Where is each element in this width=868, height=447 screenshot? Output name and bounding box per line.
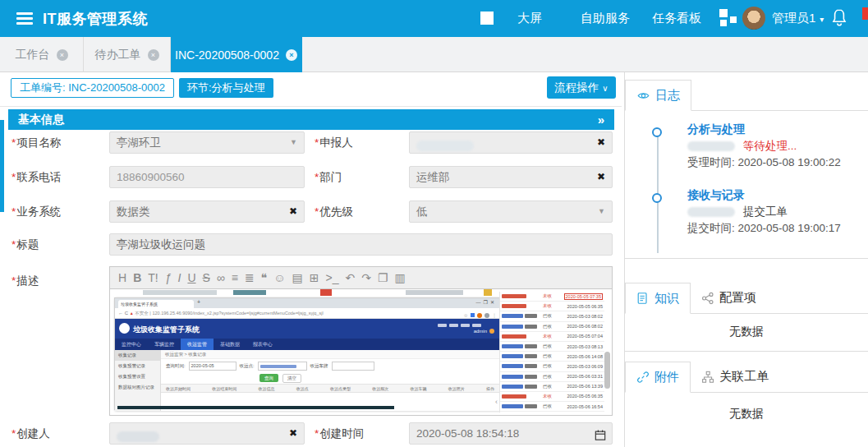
window-icon[interactable]: ❐ (378, 270, 388, 286)
open-tab-3[interactable]: INC-20200508-0002× (171, 37, 302, 72)
close-tab-icon[interactable]: × (57, 49, 68, 61)
embedded-record-name (502, 394, 543, 399)
reload-icon: C (125, 311, 128, 316)
embedded-record-row: 已收2020-05-03 08:13 (500, 342, 604, 352)
screenshot-fragment (406, 290, 463, 295)
name-bar (502, 294, 526, 298)
browser-extension-icons: ☆⋮ (464, 311, 497, 320)
font-name-icon[interactable]: ƒ (165, 270, 172, 286)
hamburger-menu-icon[interactable] (16, 12, 33, 25)
redo-icon[interactable]: ↷ (361, 270, 371, 286)
tab-log[interactable]: 日志 (625, 80, 691, 111)
created-time-input[interactable]: 2020-05-08 18:54:18 (409, 422, 613, 445)
clear-field-icon[interactable]: ✖ (289, 423, 297, 444)
link-icon[interactable]: ∞ (217, 270, 225, 286)
embedded-app-header: 垃圾收集监管子系统 admin (115, 319, 499, 339)
name-bar (502, 304, 526, 308)
embedded-record-date: 2020-05-06 14:08 (558, 354, 603, 359)
apps-grid-icon[interactable] (719, 9, 737, 27)
title-input[interactable]: 亭湖垃圾收运问题 (109, 233, 613, 256)
embedded-app-logo (119, 323, 130, 334)
embedded-record-status: 已收 (543, 313, 558, 319)
editor-content[interactable]: 垃圾收集监管子系统 + —❐✕ ← C ▲ 不安全 | 120.196.25.4… (110, 289, 612, 415)
name-bar (525, 344, 537, 348)
name-bar (502, 385, 523, 389)
screen-square-icon[interactable] (480, 12, 494, 25)
embedded-nav-item: 基础数据 (214, 339, 246, 350)
clear-field-icon[interactable]: ✖ (597, 167, 605, 187)
emoji-icon[interactable]: ☺ (273, 270, 285, 286)
nav-self-service[interactable]: 自助服务 (581, 11, 630, 26)
image-icon[interactable]: ▤ (292, 270, 303, 286)
business-system-input[interactable]: 数据类 ✖ (109, 200, 305, 223)
log-entry-time: 受理时间: 2020-05-08 19:00:22 (687, 155, 841, 170)
editor-scrollbar[interactable] (604, 352, 610, 389)
clear-field-icon[interactable]: ✖ (597, 132, 605, 153)
creator-input[interactable]: ✖ (109, 422, 305, 445)
strikethrough-icon[interactable]: S (203, 270, 210, 286)
nav-big-screen[interactable]: 大屏 (517, 11, 542, 26)
document-icon[interactable]: ▥ (395, 270, 406, 286)
embedded-sidebar-item: 收集记录 (115, 350, 160, 361)
phone-input[interactable]: 18860900560 (109, 166, 305, 188)
table-icon[interactable]: ⊞ (310, 270, 319, 286)
embedded-app-nav: 监控中心车辆监控收运监管基础数据报表中心 (115, 339, 499, 350)
embedded-record-name (502, 364, 543, 368)
ticket-detail-pane: 工单编号: INC-20200508-0002 环节:分析与处理 流程操作∨ 基… (0, 72, 624, 447)
embedded-date-input: 2020-05-05 (189, 362, 237, 371)
department-input[interactable]: 运维部 ✖ (409, 166, 613, 188)
close-tab-icon[interactable]: × (286, 49, 297, 61)
name-bar (502, 314, 523, 318)
unordered-list-icon[interactable]: ≡ (232, 270, 238, 286)
process-actions-button[interactable]: 流程操作∨ (547, 76, 616, 99)
embedded-sidebar-item: 收集预警记录 (115, 361, 160, 371)
blockquote-icon[interactable]: ❝ (261, 270, 268, 286)
embedded-column-header: 收运结束时间 (212, 386, 237, 391)
heading-icon[interactable]: H (118, 270, 126, 286)
code-icon[interactable]: >_ (326, 270, 339, 286)
clear-field-icon[interactable]: ✖ (289, 201, 297, 222)
name-bar (502, 325, 523, 329)
title-label: *标题 (11, 233, 39, 256)
open-tab-1[interactable]: 工作台× (0, 37, 84, 72)
tab-attachments[interactable]: 附件 (625, 362, 691, 393)
config-items-icon (701, 292, 714, 305)
italic-icon[interactable]: I (178, 270, 181, 286)
open-tab-2[interactable]: 待办工单× (84, 37, 171, 72)
editor-toolbar: HBT!ƒIUS∞≡≣❝☺▤⊞>_↶↷❐▥ (110, 267, 612, 289)
collapse-section-icon[interactable]: » (598, 109, 604, 130)
name-bar (525, 364, 537, 368)
project-select[interactable]: 亭湖环卫 ▼ (109, 131, 305, 154)
undo-icon[interactable]: ↶ (346, 270, 356, 286)
reporter-input[interactable]: ✖ (409, 131, 613, 154)
align-icon[interactable]: ≣ (245, 270, 255, 286)
calendar-icon (595, 427, 606, 447)
embedded-record-row: 已收2020-05-03 06:09 (500, 362, 604, 371)
nav-task-board[interactable]: 任务看板 (652, 11, 701, 26)
name-bar (525, 314, 537, 318)
name-bar (525, 325, 537, 329)
close-tab-icon[interactable]: × (148, 49, 159, 61)
embedded-record-date: 2020-05-06 13:39 (558, 384, 603, 389)
priority-select[interactable]: 低 ▼ (409, 200, 613, 223)
embedded-record-date: 2020-05-05 06:35 (558, 304, 603, 309)
collapsed-panel-strip[interactable] (0, 120, 4, 212)
underline-icon[interactable]: U (187, 270, 195, 286)
browser-tab: 垃圾收集监管子系统 (118, 300, 194, 308)
embedded-record-date: 2020-05-06 16:54 (558, 404, 603, 409)
description-label: *描述 (11, 270, 39, 292)
embedded-record-name (502, 314, 543, 318)
redacted-name (687, 141, 735, 151)
embedded-main: 收运监管 > 收集记录 查询时间: 2020-05-05 收运点: 收运车牌 查… (161, 350, 499, 411)
tab-config-items[interactable]: 配置项 (691, 283, 767, 313)
user-avatar[interactable] (742, 7, 765, 30)
tab-label: 待办工单 (95, 48, 141, 62)
bold-icon[interactable]: B (133, 270, 141, 286)
embedded-column-header: 收运信息 (259, 386, 275, 391)
embedded-record-status: 未收 (543, 334, 558, 339)
tab-related-orders[interactable]: 关联工单 (691, 362, 779, 392)
font-size-icon[interactable]: T! (148, 270, 158, 286)
user-menu[interactable]: 管理员1▾ (772, 11, 824, 26)
notifications-bell-icon[interactable] (831, 8, 847, 30)
tab-knowledge[interactable]: 知识 (625, 283, 691, 314)
